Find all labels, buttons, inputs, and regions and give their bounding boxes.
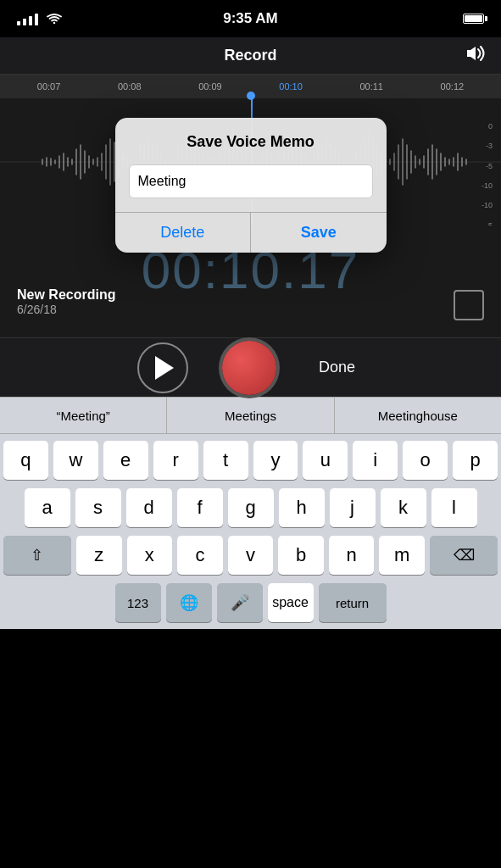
autocorrect-text-1: Meetings xyxy=(225,409,276,423)
signal-strength xyxy=(17,13,63,25)
save-button[interactable]: Save xyxy=(251,213,387,253)
key-d[interactable]: d xyxy=(126,488,172,527)
controls-bar: Done xyxy=(0,337,501,397)
key-n[interactable]: n xyxy=(329,536,375,575)
done-button[interactable]: Done xyxy=(310,350,364,385)
key-t[interactable]: t xyxy=(203,441,248,480)
autocorrect-item-1[interactable]: Meetings xyxy=(167,398,334,433)
key-m[interactable]: m xyxy=(379,536,425,575)
play-button[interactable] xyxy=(137,342,188,393)
status-time: 9:35 AM xyxy=(223,10,278,27)
space-key[interactable]: space xyxy=(268,583,314,622)
speaker-icon[interactable] xyxy=(464,43,487,68)
key-q[interactable]: q xyxy=(3,441,48,480)
key-u[interactable]: u xyxy=(303,441,348,480)
key-s[interactable]: s xyxy=(75,488,121,527)
backspace-key[interactable]: ⌫ xyxy=(430,536,498,575)
recording-date: 6/26/18 xyxy=(17,303,115,316)
key-f[interactable]: f xyxy=(177,488,223,527)
shift-key[interactable]: ⇧ xyxy=(3,536,71,575)
autocorrect-text-2: Meetinghouse xyxy=(378,409,458,423)
numbers-key[interactable]: 123 xyxy=(115,583,161,622)
status-right xyxy=(463,14,484,24)
keyboard-row-3: ⇧ z x c v b n m ⌫ xyxy=(3,536,498,575)
key-k[interactable]: k xyxy=(381,488,426,527)
dialog-title: Save Voice Memo xyxy=(115,118,387,158)
keyboard-row-4: 123 🌐 🎤 space return xyxy=(3,583,498,622)
keyboard-row-1: q w e r t y u i o p xyxy=(3,441,498,480)
signal-bar-4 xyxy=(35,14,38,25)
return-key[interactable]: return xyxy=(319,583,387,622)
key-j[interactable]: j xyxy=(330,488,376,527)
key-h[interactable]: h xyxy=(279,488,325,527)
globe-key[interactable]: 🌐 xyxy=(166,583,212,622)
mic-key[interactable]: 🎤 xyxy=(217,583,263,622)
key-y[interactable]: y xyxy=(253,441,298,480)
battery-icon xyxy=(463,14,484,24)
autocorrect-item-2[interactable]: Meetinghouse xyxy=(335,398,501,433)
keyboard: q w e r t y u i o p a s d f g h j k l ⇧ … xyxy=(0,434,501,629)
signal-bar-1 xyxy=(17,21,20,25)
keyboard-row-2: a s d f g h j k l xyxy=(3,488,498,527)
memo-title-input[interactable] xyxy=(129,164,373,198)
battery-fill xyxy=(465,15,482,22)
dialog-input-container xyxy=(115,158,387,212)
signal-bar-2 xyxy=(23,19,26,25)
key-i[interactable]: i xyxy=(353,441,398,480)
autocorrect-item-0[interactable]: “Meeting” xyxy=(0,398,167,433)
key-x[interactable]: x xyxy=(127,536,173,575)
key-c[interactable]: c xyxy=(177,536,223,575)
autocorrect-text-0: “Meeting” xyxy=(56,409,109,423)
key-p[interactable]: p xyxy=(453,441,498,480)
save-voice-memo-dialog: Save Voice Memo Delete Save xyxy=(115,118,387,253)
nav-bar: Record xyxy=(0,37,501,75)
signal-bar-3 xyxy=(29,16,32,25)
key-e[interactable]: e xyxy=(103,441,148,480)
key-r[interactable]: r xyxy=(153,441,198,480)
key-b[interactable]: b xyxy=(278,536,324,575)
nav-title: Record xyxy=(224,47,276,64)
delete-button[interactable]: Delete xyxy=(115,213,252,253)
key-z[interactable]: z xyxy=(76,536,122,575)
record-button[interactable] xyxy=(222,341,276,395)
key-o[interactable]: o xyxy=(403,441,448,480)
key-w[interactable]: w xyxy=(53,441,98,480)
key-l[interactable]: l xyxy=(431,488,477,527)
dialog-buttons: Delete Save xyxy=(115,212,387,253)
play-icon xyxy=(155,356,174,380)
wifi-icon xyxy=(46,13,63,25)
dialog-overlay: Save Voice Memo Delete Save xyxy=(0,75,501,295)
key-v[interactable]: v xyxy=(228,536,274,575)
key-g[interactable]: g xyxy=(228,488,274,527)
autocorrect-bar: “Meeting” Meetings Meetinghouse xyxy=(0,397,501,434)
key-a[interactable]: a xyxy=(25,488,70,527)
status-bar: 9:35 AM xyxy=(0,0,501,37)
